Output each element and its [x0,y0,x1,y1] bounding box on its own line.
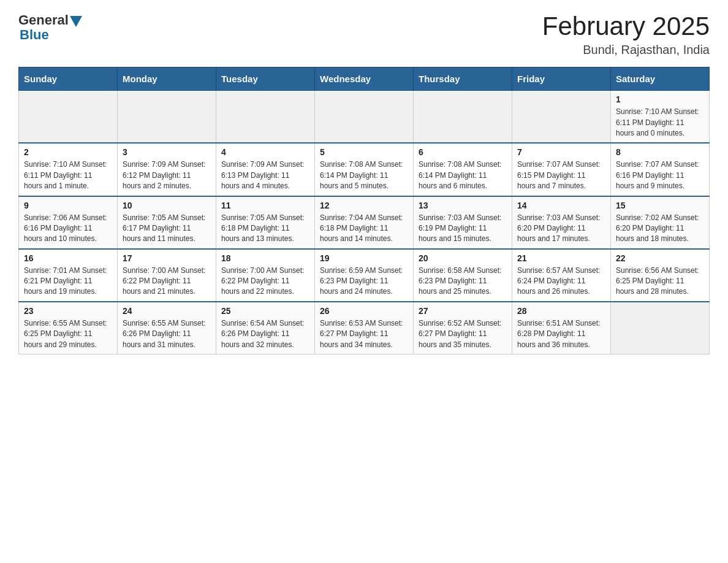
day-info: Sunrise: 7:08 AM Sunset: 6:14 PM Dayligh… [419,159,507,191]
day-number: 5 [320,147,408,157]
day-info: Sunrise: 7:05 AM Sunset: 6:18 PM Dayligh… [221,213,309,245]
day-number: 14 [517,201,605,210]
day-number: 3 [123,147,211,157]
calendar-cell: 16Sunrise: 7:01 AM Sunset: 6:21 PM Dayli… [19,249,118,302]
calendar-cell: 4Sunrise: 7:09 AM Sunset: 6:13 PM Daylig… [216,143,315,196]
logo-triangle-icon [70,16,82,27]
day-number: 18 [221,253,309,263]
calendar-cell: 25Sunrise: 6:54 AM Sunset: 6:26 PM Dayli… [216,302,315,354]
day-number: 10 [123,201,211,210]
title-block: February 2025 Bundi, Rajasthan, India [542,12,710,57]
logo-general-text: General [18,12,69,28]
calendar-cell [118,91,216,144]
calendar-cell [414,91,512,144]
day-info: Sunrise: 6:59 AM Sunset: 6:23 PM Dayligh… [320,266,408,297]
day-number: 4 [221,147,309,157]
day-info: Sunrise: 6:58 AM Sunset: 6:23 PM Dayligh… [419,266,507,297]
month-title: February 2025 [542,12,710,40]
day-info: Sunrise: 7:06 AM Sunset: 6:16 PM Dayligh… [24,213,112,245]
day-info: Sunrise: 6:57 AM Sunset: 6:24 PM Dayligh… [517,266,605,297]
calendar-cell: 24Sunrise: 6:55 AM Sunset: 6:26 PM Dayli… [118,302,216,354]
calendar-cell: 19Sunrise: 6:59 AM Sunset: 6:23 PM Dayli… [315,249,414,302]
day-number: 26 [320,306,408,316]
calendar-cell: 20Sunrise: 6:58 AM Sunset: 6:23 PM Dayli… [414,249,512,302]
day-info: Sunrise: 7:05 AM Sunset: 6:17 PM Dayligh… [123,213,211,245]
calendar-week-2: 2Sunrise: 7:10 AM Sunset: 6:11 PM Daylig… [19,143,710,196]
calendar-cell: 7Sunrise: 7:07 AM Sunset: 6:15 PM Daylig… [512,143,611,196]
calendar-table: SundayMondayTuesdayWednesdayThursdayFrid… [18,67,710,354]
header-day-friday: Friday [512,67,611,91]
day-info: Sunrise: 7:07 AM Sunset: 6:15 PM Dayligh… [517,159,605,191]
day-number: 21 [517,253,605,263]
day-info: Sunrise: 7:09 AM Sunset: 6:12 PM Dayligh… [123,159,211,191]
day-info: Sunrise: 7:01 AM Sunset: 6:21 PM Dayligh… [24,266,112,297]
calendar-cell: 26Sunrise: 6:53 AM Sunset: 6:27 PM Dayli… [315,302,414,354]
day-info: Sunrise: 7:10 AM Sunset: 6:11 PM Dayligh… [616,107,704,139]
logo-blue-text: Blue [20,27,49,43]
calendar-cell: 1Sunrise: 7:10 AM Sunset: 6:11 PM Daylig… [611,91,710,144]
header-day-sunday: Sunday [19,67,118,91]
calendar-cell: 5Sunrise: 7:08 AM Sunset: 6:14 PM Daylig… [315,143,414,196]
day-number: 7 [517,147,605,157]
day-number: 6 [419,147,507,157]
day-info: Sunrise: 7:10 AM Sunset: 6:11 PM Dayligh… [24,159,112,191]
day-info: Sunrise: 7:00 AM Sunset: 6:22 PM Dayligh… [123,266,211,297]
day-number: 20 [419,253,507,263]
calendar-cell: 12Sunrise: 7:04 AM Sunset: 6:18 PM Dayli… [315,196,414,249]
day-info: Sunrise: 7:04 AM Sunset: 6:18 PM Dayligh… [320,213,408,245]
calendar-week-4: 16Sunrise: 7:01 AM Sunset: 6:21 PM Dayli… [19,249,710,302]
calendar-cell: 17Sunrise: 7:00 AM Sunset: 6:22 PM Dayli… [118,249,216,302]
day-info: Sunrise: 7:08 AM Sunset: 6:14 PM Dayligh… [320,159,408,191]
calendar-cell: 8Sunrise: 7:07 AM Sunset: 6:16 PM Daylig… [611,143,710,196]
header-day-saturday: Saturday [611,67,710,91]
day-number: 15 [616,201,704,210]
day-number: 1 [616,94,704,104]
calendar-cell [19,91,118,144]
day-info: Sunrise: 6:53 AM Sunset: 6:27 PM Dayligh… [320,318,408,350]
day-info: Sunrise: 6:55 AM Sunset: 6:26 PM Dayligh… [123,318,211,350]
day-number: 13 [419,201,507,210]
day-number: 22 [616,253,704,263]
header-day-tuesday: Tuesday [216,67,315,91]
calendar-cell: 27Sunrise: 6:52 AM Sunset: 6:27 PM Dayli… [414,302,512,354]
calendar-header: SundayMondayTuesdayWednesdayThursdayFrid… [19,67,710,91]
day-info: Sunrise: 6:51 AM Sunset: 6:28 PM Dayligh… [517,318,605,350]
day-number: 24 [123,306,211,316]
calendar-cell: 10Sunrise: 7:05 AM Sunset: 6:17 PM Dayli… [118,196,216,249]
calendar-cell: 23Sunrise: 6:55 AM Sunset: 6:25 PM Dayli… [19,302,118,354]
calendar-cell [611,302,710,354]
day-info: Sunrise: 7:03 AM Sunset: 6:19 PM Dayligh… [419,213,507,245]
day-number: 19 [320,253,408,263]
day-info: Sunrise: 7:03 AM Sunset: 6:20 PM Dayligh… [517,213,605,245]
day-number: 28 [517,306,605,316]
day-info: Sunrise: 6:56 AM Sunset: 6:25 PM Dayligh… [616,266,704,297]
calendar-cell: 18Sunrise: 7:00 AM Sunset: 6:22 PM Dayli… [216,249,315,302]
calendar-week-5: 23Sunrise: 6:55 AM Sunset: 6:25 PM Dayli… [19,302,710,354]
calendar-body: 1Sunrise: 7:10 AM Sunset: 6:11 PM Daylig… [19,91,710,354]
day-number: 12 [320,201,408,210]
calendar-cell [315,91,414,144]
logo: General Blue [18,12,82,43]
day-info: Sunrise: 7:00 AM Sunset: 6:22 PM Dayligh… [221,266,309,297]
calendar-cell: 15Sunrise: 7:02 AM Sunset: 6:20 PM Dayli… [611,196,710,249]
day-number: 23 [24,306,112,316]
header-day-monday: Monday [118,67,216,91]
calendar-cell: 22Sunrise: 6:56 AM Sunset: 6:25 PM Dayli… [611,249,710,302]
location-title: Bundi, Rajasthan, India [542,43,710,57]
calendar-cell [512,91,611,144]
calendar-week-1: 1Sunrise: 7:10 AM Sunset: 6:11 PM Daylig… [19,91,710,144]
calendar-cell: 14Sunrise: 7:03 AM Sunset: 6:20 PM Dayli… [512,196,611,249]
day-number: 16 [24,253,112,263]
calendar-cell: 2Sunrise: 7:10 AM Sunset: 6:11 PM Daylig… [19,143,118,196]
calendar-cell: 9Sunrise: 7:06 AM Sunset: 6:16 PM Daylig… [19,196,118,249]
day-info: Sunrise: 6:54 AM Sunset: 6:26 PM Dayligh… [221,318,309,350]
calendar-cell: 6Sunrise: 7:08 AM Sunset: 6:14 PM Daylig… [414,143,512,196]
day-number: 27 [419,306,507,316]
day-info: Sunrise: 6:52 AM Sunset: 6:27 PM Dayligh… [419,318,507,350]
day-number: 11 [221,201,309,210]
header-row: SundayMondayTuesdayWednesdayThursdayFrid… [19,67,710,91]
calendar-cell [216,91,315,144]
calendar-week-3: 9Sunrise: 7:06 AM Sunset: 6:16 PM Daylig… [19,196,710,249]
day-info: Sunrise: 6:55 AM Sunset: 6:25 PM Dayligh… [24,318,112,350]
calendar-cell: 11Sunrise: 7:05 AM Sunset: 6:18 PM Dayli… [216,196,315,249]
